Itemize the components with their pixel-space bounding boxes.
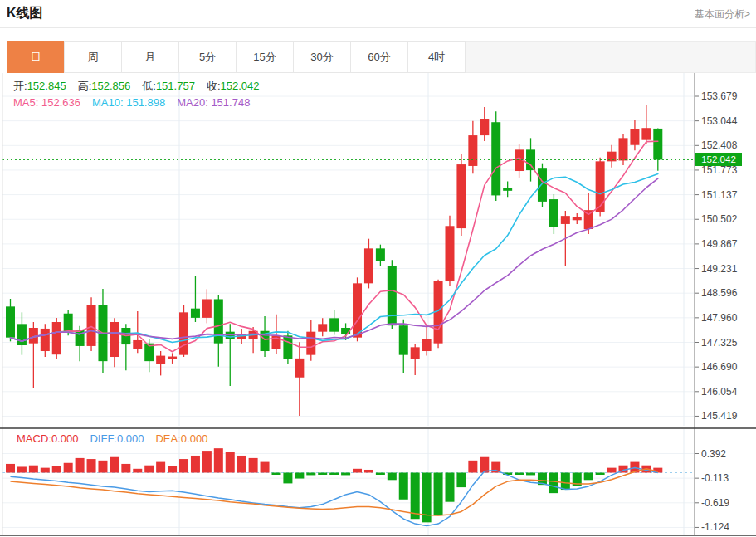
ohlc-low: 低:151.757 [142,79,195,94]
y-axis-label: 147.960 [701,312,737,324]
y-axis-label: -0.113 [701,472,729,484]
ma10-value: MA10: 151.898 [92,96,165,109]
ohlc-open: 开:152.845 [13,79,66,94]
ma-legend: MA5: 152.636 MA10: 151.898 MA20: 151.748 [13,96,261,109]
ma20-value: MA20: 151.748 [177,96,250,109]
macd-legend: MACD:0.000 DIFF:0.000 DEA:0.000 [17,432,219,445]
diff-value: DIFF:0.000 [90,432,144,445]
y-axis-label: 148.596 [701,287,737,299]
ma5-value: MA5: 152.636 [13,96,80,109]
y-axis-label: 151.137 [701,189,737,201]
ohlc-close: 收:152.042 [207,79,260,94]
current-price-tag: 152.042 [695,153,742,166]
ohlc-high: 高:152.856 [78,79,131,94]
y-axis-label: 147.325 [701,337,737,349]
y-axis-label: 146.054 [701,386,737,398]
y-axis-label: 149.231 [701,263,737,275]
macd-value: MACD:0.000 [17,432,78,445]
y-axis-label: -0.619 [701,497,729,509]
y-axis-label: 153.679 [701,90,737,102]
y-axis-label: 145.419 [701,410,737,422]
y-axis-label: 146.690 [701,361,737,373]
y-axis-label: 153.044 [701,115,737,127]
current-price-value: 152.042 [701,154,736,164]
y-axis: 153.679153.044152.408151.773151.137150.5… [701,0,756,537]
dea-value: DEA:0.000 [155,432,207,445]
chart-area[interactable]: 开:152.845 高:152.856 低:151.757 收:152.042 … [0,0,756,537]
y-axis-label: 149.867 [701,238,737,250]
y-axis-label: 150.502 [701,213,737,225]
kline-widget: K线图 基本面分析> 日周月5分15分30分60分4时 开:152.845 高:… [0,0,756,537]
y-axis-label: 0.392 [701,448,726,460]
y-axis-label: 152.408 [701,139,737,151]
y-axis-label: -1.124 [701,521,729,533]
ohlc-legend: 开:152.845 高:152.856 低:151.757 收:152.042 [13,79,271,94]
